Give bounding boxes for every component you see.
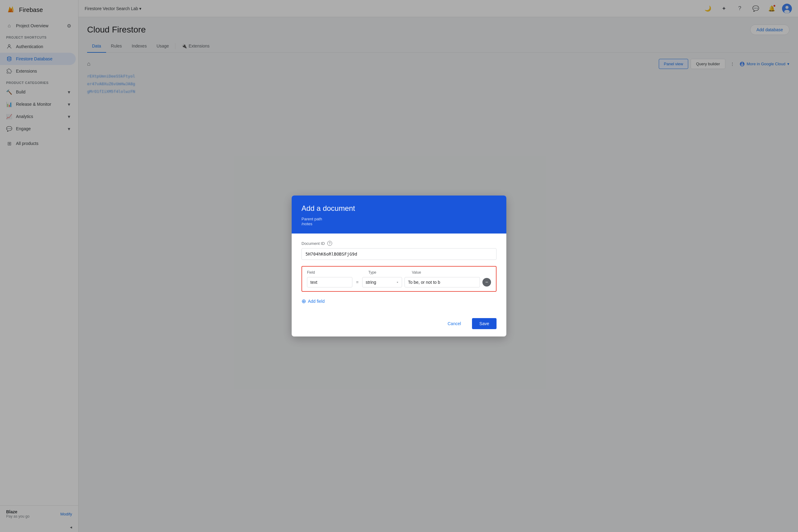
field-column-header: Field (307, 270, 356, 274)
dialog-title: Add a document (302, 204, 496, 213)
field-type-select[interactable]: string number boolean map array null tim… (362, 277, 402, 287)
type-column-header: Type (368, 270, 408, 274)
field-row-section: Field Type Value = string number boolean… (302, 266, 496, 292)
dialog-footer: Cancel Save (292, 313, 506, 337)
parent-path-label: Parent path (302, 217, 322, 221)
parent-path-value: /notes (302, 222, 312, 226)
save-button[interactable]: Save (472, 318, 496, 329)
minus-icon: − (485, 280, 488, 285)
field-value-input[interactable] (404, 277, 480, 287)
dialog-body: Document ID ? Field Type Value = string (292, 233, 506, 313)
document-id-input[interactable] (302, 248, 496, 260)
dialog-header: Add a document Parent path /notes (292, 195, 506, 233)
add-field-plus-icon: ⊕ (302, 298, 306, 305)
doc-id-label-text: Document ID (302, 241, 325, 246)
add-field-button[interactable]: ⊕ Add field (302, 297, 325, 306)
modal-overlay[interactable]: Add a document Parent path /notes Docume… (0, 0, 798, 532)
value-column-header: Value (412, 270, 491, 274)
remove-field-button[interactable]: − (483, 278, 491, 287)
field-row: = string number boolean map array null t… (307, 277, 491, 287)
field-name-input[interactable] (307, 277, 352, 287)
field-headers: Field Type Value (307, 270, 491, 274)
dialog-parent-info: Parent path /notes (302, 216, 496, 226)
add-document-dialog: Add a document Parent path /notes Docume… (292, 195, 506, 337)
doc-id-help-icon[interactable]: ? (327, 241, 332, 246)
equals-sign: = (355, 280, 360, 285)
cancel-button[interactable]: Cancel (440, 318, 468, 329)
add-field-label: Add field (308, 299, 325, 304)
doc-id-label: Document ID ? (302, 241, 496, 246)
